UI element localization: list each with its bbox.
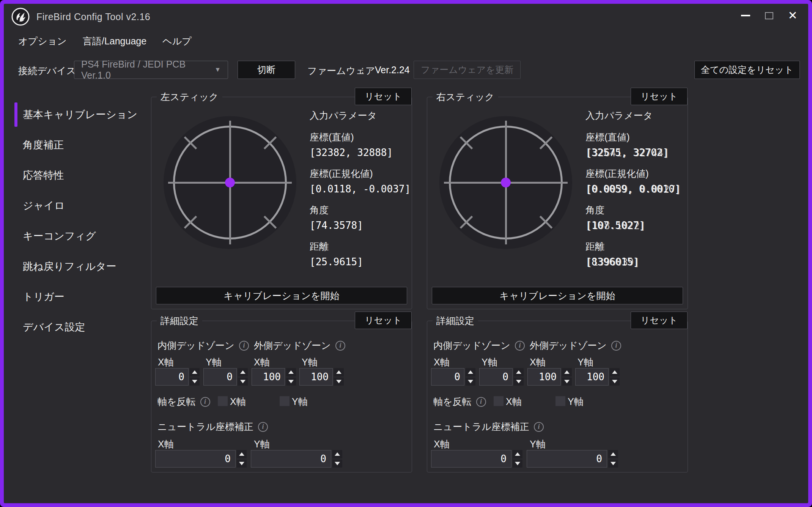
increment-button[interactable] bbox=[610, 368, 620, 376]
menu-language[interactable]: 言語/Language bbox=[83, 35, 146, 47]
increment-button[interactable] bbox=[286, 368, 296, 376]
info-icon[interactable]: i bbox=[611, 341, 621, 351]
minimize-button[interactable] bbox=[734, 4, 757, 27]
invert-axis-label: 軸を反転 bbox=[157, 395, 196, 408]
inner-deadzone-x-input[interactable]: 0 bbox=[155, 368, 189, 386]
decrement-button[interactable] bbox=[514, 378, 524, 386]
sidebar-item-key-config[interactable]: キーコンフィグ bbox=[4, 221, 151, 251]
outer-deadzone-y-input[interactable]: 100 bbox=[575, 368, 609, 386]
neutral-x-input[interactable]: 0 bbox=[431, 450, 511, 468]
outer-x-axis-label: X軸 bbox=[530, 356, 546, 368]
increment-button[interactable] bbox=[562, 368, 572, 376]
increment-button[interactable] bbox=[514, 368, 524, 376]
invert-x-checkbox[interactable] bbox=[218, 396, 228, 406]
increment-button[interactable] bbox=[237, 450, 247, 458]
inner-y-axis-label: Y軸 bbox=[482, 356, 497, 368]
left-detail-reset-button[interactable]: リセット bbox=[355, 312, 412, 329]
right-detail-reset-button[interactable]: リセット bbox=[631, 312, 688, 329]
inner-deadzone-x-input[interactable]: 0 bbox=[431, 368, 464, 386]
left-stick-reset-button[interactable]: リセット bbox=[355, 88, 412, 105]
increment-button[interactable] bbox=[190, 368, 200, 376]
arrow-down-icon bbox=[192, 380, 197, 383]
outer-deadzone-x-input[interactable]: 100 bbox=[252, 368, 285, 386]
decrement-button[interactable] bbox=[513, 460, 522, 468]
neutral-y-input[interactable]: 0 bbox=[527, 450, 607, 468]
inner-x-axis-label: X軸 bbox=[434, 356, 450, 368]
info-icon[interactable]: i bbox=[200, 397, 210, 407]
chevron-down-icon: ▼ bbox=[214, 66, 221, 74]
value-ghost-text: [0.0039, 0.0027] bbox=[586, 184, 681, 195]
decrement-button[interactable] bbox=[286, 378, 296, 386]
sidebar-item-device-settings[interactable]: デバイス設定 bbox=[4, 312, 151, 342]
sidebar-item-angle-correction[interactable]: 角度補正 bbox=[4, 130, 151, 160]
outer-deadzone-x-stepper: 100 bbox=[527, 368, 572, 386]
decrement-button[interactable] bbox=[237, 460, 247, 468]
arrow-down-icon bbox=[239, 462, 244, 465]
info-icon[interactable]: i bbox=[239, 341, 249, 351]
increment-button[interactable] bbox=[466, 368, 475, 376]
outer-x-axis-label: X軸 bbox=[254, 356, 270, 368]
inner-y-axis-label: Y軸 bbox=[206, 356, 222, 368]
neutral-x-stepper: 0 bbox=[431, 450, 522, 468]
decrement-button[interactable] bbox=[238, 378, 248, 386]
increment-button[interactable] bbox=[513, 450, 522, 458]
decrement-button[interactable] bbox=[332, 460, 342, 468]
decrement-button[interactable] bbox=[334, 378, 344, 386]
inner-deadzone-x-stepper: 0 bbox=[155, 368, 200, 386]
update-firmware-button[interactable]: ファームウェアを更新 bbox=[414, 61, 521, 79]
info-icon[interactable]: i bbox=[335, 341, 345, 351]
neutral-x-input[interactable]: 0 bbox=[155, 450, 236, 468]
sidebar-nav: 基本キャリブレーション 角度補正 応答特性 ジャイロ キーコンフィグ 跳ね戻りフ… bbox=[4, 99, 151, 342]
menu-help[interactable]: ヘルプ bbox=[162, 35, 192, 47]
device-dropdown[interactable]: PS4 FireBird / JEDI PCB Ver.1.0 ▼ bbox=[74, 61, 228, 79]
reset-all-settings-button[interactable]: 全ての設定をリセット bbox=[694, 61, 800, 79]
sidebar-item-label: 跳ね戻りフィルター bbox=[23, 260, 116, 273]
arrow-down-icon bbox=[611, 462, 616, 465]
invert-x-label: X軸 bbox=[230, 395, 246, 408]
close-button[interactable]: ✕ bbox=[781, 4, 804, 27]
outer-deadzone-y-input[interactable]: 100 bbox=[299, 368, 333, 386]
invert-y-checkbox[interactable] bbox=[555, 396, 565, 406]
right-stick-calibrate-button[interactable]: キャリブレーションを開始 bbox=[432, 287, 683, 304]
increment-button[interactable] bbox=[332, 450, 342, 458]
params-title: 入力パラメータ bbox=[585, 109, 686, 122]
info-icon[interactable]: i bbox=[515, 341, 525, 351]
decrement-button[interactable] bbox=[608, 460, 618, 468]
neutral-y-stepper: 0 bbox=[251, 450, 342, 468]
menu-options[interactable]: オプション bbox=[18, 35, 67, 47]
outer-deadzone-x-input[interactable]: 100 bbox=[527, 368, 561, 386]
sidebar-item-trigger[interactable]: トリガー bbox=[4, 282, 151, 312]
invert-y-checkbox[interactable] bbox=[280, 396, 290, 406]
decrement-button[interactable] bbox=[562, 378, 572, 386]
arrow-up-icon bbox=[239, 452, 244, 456]
title-bar[interactable]: FireBird Config Tool v2.16 ✕ bbox=[4, 4, 808, 30]
disconnect-button[interactable]: 切断 bbox=[238, 61, 295, 79]
increment-button[interactable] bbox=[608, 450, 618, 458]
invert-x-checkbox[interactable] bbox=[494, 396, 504, 406]
stepper-arrows bbox=[466, 368, 475, 386]
decrement-button[interactable] bbox=[190, 378, 200, 386]
info-icon[interactable]: i bbox=[476, 397, 486, 407]
increment-button[interactable] bbox=[334, 368, 344, 376]
sidebar-item-basic-calibration[interactable]: 基本キャリブレーション bbox=[4, 99, 151, 130]
right-stick-reset-button[interactable]: リセット bbox=[631, 88, 688, 105]
neutral-y-input[interactable]: 0 bbox=[251, 450, 331, 468]
decrement-button[interactable] bbox=[610, 378, 620, 386]
invert-axis-header: 軸を反転 i bbox=[433, 395, 486, 408]
sidebar-item-gyro[interactable]: ジャイロ bbox=[4, 191, 151, 221]
info-icon[interactable]: i bbox=[258, 422, 268, 432]
inner-x-axis-label: X軸 bbox=[158, 356, 174, 368]
inner-deadzone-label: 内側デッドゾーン bbox=[157, 339, 234, 352]
decrement-button[interactable] bbox=[466, 378, 475, 386]
increment-button[interactable] bbox=[238, 368, 248, 376]
sidebar-item-bounce-filter[interactable]: 跳ね戻りフィルター bbox=[4, 251, 151, 282]
app-title: FireBird Config Tool v2.16 bbox=[36, 11, 150, 22]
sidebar-item-response-curve[interactable]: 応答特性 bbox=[4, 160, 151, 191]
maximize-button[interactable] bbox=[757, 4, 781, 27]
left-stick-calibrate-button[interactable]: キャリブレーションを開始 bbox=[156, 287, 407, 304]
info-icon[interactable]: i bbox=[534, 422, 544, 432]
inner-deadzone-y-input[interactable]: 0 bbox=[203, 368, 237, 386]
app-logo-firebird-icon bbox=[11, 8, 30, 26]
inner-deadzone-y-input[interactable]: 0 bbox=[479, 368, 513, 386]
distance-label: 距離 bbox=[585, 240, 686, 253]
